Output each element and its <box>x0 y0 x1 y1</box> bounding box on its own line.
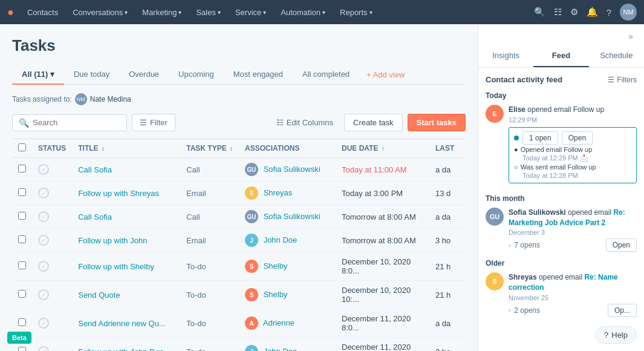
older-open-button[interactable]: Op... <box>608 304 637 317</box>
task-title-6[interactable]: Send Adrienne new Qu... <box>78 319 166 328</box>
row-checkbox-7[interactable] <box>18 347 26 351</box>
task-type-4: To-do <box>186 262 206 271</box>
opens-badge[interactable]: 1 open <box>522 131 558 145</box>
task-title-2[interactable]: Call Sofia <box>78 212 112 221</box>
panel-tab-schedule[interactable]: Schedule <box>589 45 644 67</box>
this-month-activity-avatar: GU <box>486 208 504 226</box>
task-title-0[interactable]: Call Sofia <box>78 165 112 174</box>
older-activity-text: Shreyas opened email Re: Name correction <box>509 272 637 293</box>
row-checkbox-6[interactable] <box>18 318 26 326</box>
assoc-name-1[interactable]: Shreyas <box>264 188 293 197</box>
feed-title: Contact activity feed <box>486 75 562 84</box>
tab-due-today[interactable]: Due today <box>64 65 119 85</box>
row-checkbox-2[interactable] <box>18 212 26 220</box>
filter-button[interactable]: ☰ Filter <box>132 114 175 131</box>
assoc-name-7[interactable]: John Doe <box>264 347 298 352</box>
status-icon-2[interactable]: ✓ <box>38 211 49 222</box>
nav-sales[interactable]: Sales ▾ <box>190 0 227 24</box>
search-input[interactable] <box>33 118 120 127</box>
filters-icon: ☰ <box>608 76 614 84</box>
panel-collapse-button[interactable]: » <box>622 28 639 45</box>
this-month-open-button[interactable]: Open <box>606 238 637 252</box>
duedate-column-header[interactable]: DUE DATE ↑ <box>336 139 429 158</box>
add-view-button[interactable]: + Add view <box>359 65 412 84</box>
email-preview-box[interactable]: 1 open Open ● Opened email Follow up Tod… <box>509 127 637 183</box>
feed-filters-button[interactable]: ☰ Filters <box>608 76 637 84</box>
help-icon[interactable]: ? <box>607 7 611 18</box>
due-date-2: Tomorrow at 8:00 AM <box>342 212 416 221</box>
nav-reports[interactable]: Reports ▾ <box>334 0 379 24</box>
task-title-5[interactable]: Send Quote <box>78 290 120 300</box>
nav-automation[interactable]: Automation ▾ <box>275 0 331 24</box>
settings-icon[interactable]: ⚙ <box>570 7 578 18</box>
due-date-7: December 11, 2020 8:0... <box>342 343 411 351</box>
task-title-1[interactable]: Follow up with Shreyas <box>78 189 159 198</box>
task-title-3[interactable]: Follow up with John <box>78 236 147 245</box>
select-all-checkbox[interactable] <box>18 143 26 151</box>
title-column-header[interactable]: TITLE ↕ <box>72 139 180 158</box>
assigned-user-name[interactable]: Nate Medina <box>90 95 131 103</box>
last-col-7: 3 ho <box>435 347 450 352</box>
older-chevron[interactable]: › <box>509 307 510 313</box>
assoc-name-2[interactable]: Sofia Sulikowski <box>264 212 320 221</box>
panel-tab-feed[interactable]: Feed <box>533 45 588 67</box>
assoc-name-5[interactable]: Shelby <box>264 290 288 299</box>
search-icon: 🔍 <box>19 118 29 128</box>
assoc-name-4[interactable]: Shelby <box>264 261 288 271</box>
panel-tab-insights[interactable]: Insights <box>478 45 533 67</box>
assoc-name-3[interactable]: John Doe <box>264 235 298 244</box>
search-box[interactable]: 🔍 <box>12 114 127 131</box>
table-row: ✓ Follow up with John Email J John Doe T… <box>12 229 466 252</box>
beta-badge[interactable]: Beta <box>7 332 31 344</box>
user-avatar[interactable]: NM <box>620 4 637 21</box>
older-opens-count: 2 opens <box>514 306 540 315</box>
task-type-6: To-do <box>186 319 206 328</box>
status-icon-7[interactable]: ✓ <box>38 346 49 351</box>
tasktype-column-header[interactable]: TASK TYPE ↕ <box>180 139 239 158</box>
assoc-name-6[interactable]: Adrienne <box>263 318 294 327</box>
start-tasks-button[interactable]: Start tasks <box>408 114 466 131</box>
today-activity-body: Elise opened email Follow up 12:29 PM 1 … <box>509 105 637 187</box>
status-icon-1[interactable]: ✓ <box>38 188 49 198</box>
row-checkbox-4[interactable] <box>18 261 26 269</box>
row-checkbox-3[interactable] <box>18 235 26 243</box>
edit-columns-button[interactable]: ☷ Edit Columns <box>270 114 339 131</box>
status-icon-4[interactable]: ✓ <box>38 261 49 272</box>
notifications-icon[interactable]: 🔔 <box>587 7 598 18</box>
nav-service[interactable]: Service ▾ <box>229 0 272 24</box>
row-checkbox-0[interactable] <box>18 165 26 172</box>
assoc-avatar-1: S <box>245 186 258 200</box>
marketplace-icon[interactable]: ☷ <box>554 7 562 18</box>
status-column-header: STATUS <box>32 139 72 158</box>
tab-all-completed[interactable]: All completed <box>293 65 359 85</box>
tab-overdue[interactable]: Overdue <box>119 65 169 85</box>
open-email-button[interactable]: Open <box>562 131 593 145</box>
status-icon-6[interactable]: ✓ <box>38 318 49 329</box>
assoc-avatar-2: GU <box>245 210 258 223</box>
task-title-7[interactable]: Follow up with John Doe <box>78 347 164 352</box>
panel-tabs: Insights Feed Schedule <box>478 45 644 68</box>
main-layout: Tasks All (11) ▾ Due today Overdue Upcom… <box>0 24 644 351</box>
tab-upcoming[interactable]: Upcoming <box>169 65 224 85</box>
assoc-avatar-0: GU <box>245 163 258 176</box>
nav-contacts[interactable]: Contacts <box>21 0 64 24</box>
last-col-1: 13 d <box>435 189 450 198</box>
row-checkbox-1[interactable] <box>18 188 26 196</box>
nav-conversations[interactable]: Conversations ▾ <box>67 0 134 24</box>
tab-most-engaged[interactable]: Most engaged <box>224 65 293 85</box>
create-task-button[interactable]: Create task <box>344 114 402 131</box>
today-activity-avatar: E <box>486 105 504 123</box>
search-icon[interactable]: 🔍 <box>534 7 545 18</box>
task-title-4[interactable]: Follow up with Shelby <box>78 262 154 271</box>
tab-all[interactable]: All (11) ▾ <box>12 65 64 85</box>
status-icon-5[interactable]: ✓ <box>38 289 49 300</box>
email-detail-opened: ● Opened email Follow up <box>514 146 631 153</box>
status-icon-3[interactable]: ✓ <box>38 235 49 246</box>
help-button[interactable]: ? Help <box>595 326 637 344</box>
status-icon-0[interactable]: ✓ <box>38 164 49 175</box>
this-month-chevron[interactable]: › <box>509 242 510 249</box>
row-checkbox-5[interactable] <box>18 290 26 298</box>
assoc-name-0[interactable]: Sofia Sulikowski <box>264 165 320 174</box>
this-month-activity-item: GU Sofia Sulikowski opened email Re: Mar… <box>486 208 637 252</box>
nav-marketing[interactable]: Marketing ▾ <box>136 0 187 24</box>
